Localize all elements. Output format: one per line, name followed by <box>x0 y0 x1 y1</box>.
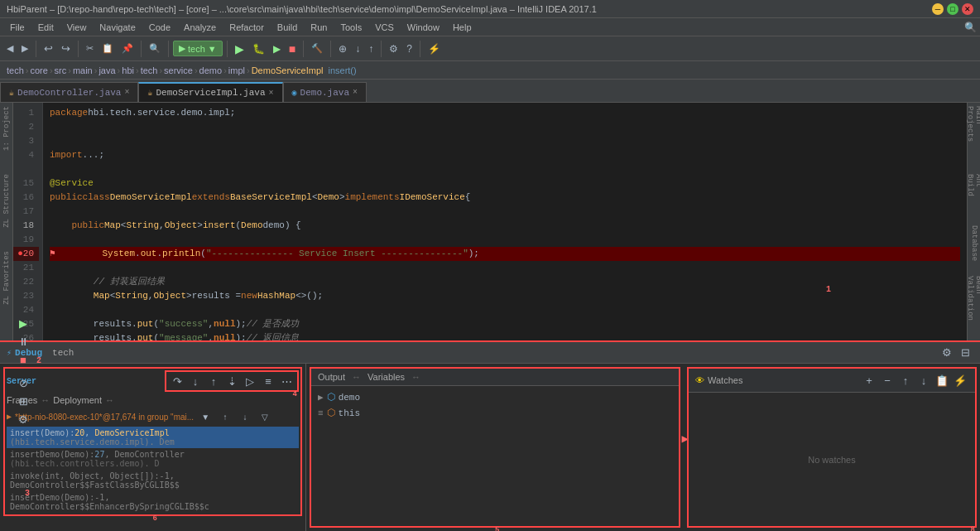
breadcrumb-core[interactable]: core <box>30 65 47 75</box>
step-out-btn[interactable]: ↑ <box>205 373 222 389</box>
step-over-btn[interactable]: ↷ <box>169 373 185 389</box>
breadcrumb-tech[interactable]: tech <box>7 65 24 75</box>
menu-navigate[interactable]: Navigate <box>93 21 142 34</box>
more-debug-btn[interactable]: ⋯ <box>278 373 295 389</box>
menu-tools[interactable]: Tools <box>334 21 368 34</box>
menu-edit[interactable]: Edit <box>31 21 60 34</box>
breadcrumb-hbi[interactable]: hbi <box>122 65 134 75</box>
line-20-bp[interactable]: ●20 <box>13 247 39 261</box>
menu-refactor[interactable]: Refactor <box>223 21 271 34</box>
toolbar-stop[interactable]: ■ <box>286 39 299 59</box>
debug-settings-btn[interactable]: ⚙ <box>939 345 955 361</box>
tab-label-demo: Demo.java <box>300 88 349 98</box>
step-into-btn[interactable]: ↓ <box>187 373 204 389</box>
favorites-icon[interactable]: ZL Favorites <box>2 251 11 305</box>
toolbar-settings[interactable]: ⚙ <box>386 39 401 59</box>
database-icon[interactable]: Database <box>970 225 978 261</box>
minimize-button[interactable]: ─ <box>932 3 944 15</box>
toolbar-paste[interactable]: 📌 <box>118 39 137 59</box>
toolbar-update[interactable]: ↓ <box>352 39 363 59</box>
stack-frame-1[interactable]: insertDemo(Demo):27, DemoController (hbi… <box>7 448 299 470</box>
breadcrumb-demoserviceimpl[interactable]: DemoServiceImpl <box>252 65 324 75</box>
evaluate-watch-btn[interactable]: ⚡ <box>952 372 968 389</box>
thread-down[interactable]: ↓ <box>237 408 253 425</box>
tab-demoserviceimpl[interactable]: ☕ DemoServiceImpl.java × <box>138 82 282 102</box>
bean-validation-icon[interactable]: Bean Validation <box>966 276 981 337</box>
mute-breakpoints-btn[interactable]: ⊘ <box>15 374 31 391</box>
menu-file[interactable]: File <box>3 21 31 34</box>
toolbar-push[interactable]: ↑ <box>365 39 377 59</box>
toolbar-help[interactable]: ? <box>403 39 416 59</box>
toolbar-run[interactable]: ▶ <box>232 39 247 59</box>
code-editor[interactable]: package hbi.tech.service.demo.impl; impo… <box>43 103 967 340</box>
tab-close-demoserviceimpl[interactable]: × <box>269 89 274 98</box>
toolbar-debug[interactable]: 🐛 <box>249 39 268 59</box>
breadcrumb-impl[interactable]: impl <box>228 65 245 75</box>
breadcrumb-src[interactable]: src <box>55 65 67 75</box>
add-watch-btn[interactable]: + <box>861 372 877 389</box>
debug-layout-btn[interactable]: ⊟ <box>957 345 973 361</box>
settings-debug-btn[interactable]: ⚙ <box>15 411 31 427</box>
var-this-label: this <box>339 408 360 418</box>
menu-view[interactable]: View <box>60 21 94 34</box>
breadcrumb-demo[interactable]: demo <box>199 65 223 75</box>
thread-up[interactable]: ↑ <box>217 408 233 425</box>
stack-frames-list: insert(Demo):20, DemoServiceImpl (hbi.te… <box>7 427 299 513</box>
run-cursor-btn[interactable]: ▷ <box>242 373 258 389</box>
toolbar-extra[interactable]: ⚡ <box>425 39 444 59</box>
breadcrumb-main[interactable]: main <box>73 65 93 75</box>
breadcrumb-service[interactable]: service <box>164 65 193 75</box>
debug-tab-debug[interactable]: ⚡ <box>7 348 12 358</box>
code-line-15: @Service <box>50 176 960 191</box>
stack-frame-3[interactable]: insertDemo(Demo):-1, DemoController$$Enh… <box>7 491 299 513</box>
main-projects-icon[interactable]: Main Projects <box>966 106 981 159</box>
toolbar-forward[interactable]: ▶ <box>18 39 31 59</box>
remove-watch-btn[interactable]: − <box>879 372 896 389</box>
toolbar-find[interactable]: 🔍 <box>146 39 164 59</box>
var-this[interactable]: ≡ ⬡ this <box>315 405 675 421</box>
menu-help[interactable]: Help <box>446 21 478 34</box>
toolbar-build[interactable]: 🔨 <box>308 39 326 59</box>
toolbar-back[interactable]: ◀ <box>3 39 17 59</box>
tab-close-demo[interactable]: × <box>353 88 358 97</box>
stack-frame-2[interactable]: invoke(int, Object, Object[]):-1, DemoCo… <box>7 470 299 491</box>
toolbar-undo[interactable]: ↩ <box>41 39 56 59</box>
breadcrumb-java[interactable]: java <box>98 65 115 75</box>
tab-close-democontroller[interactable]: × <box>124 88 129 97</box>
search-icon[interactable]: 🔍 <box>964 22 977 33</box>
var-demo[interactable]: ▶ ⬡ demo <box>315 389 675 405</box>
code-line-19 <box>50 233 960 247</box>
thread-dropdown[interactable]: ▼ <box>197 408 214 425</box>
menu-vcs[interactable]: VCS <box>368 21 401 34</box>
menu-code[interactable]: Code <box>142 21 177 34</box>
toolbar-tech-dropdown[interactable]: ▶ tech ▼ <box>173 41 223 56</box>
thread-filter[interactable]: ▽ <box>257 408 273 425</box>
toolbar-cut[interactable]: ✂ <box>83 39 97 59</box>
debug-tab-tech[interactable]: tech <box>52 348 74 358</box>
maximize-button[interactable]: □ <box>947 3 958 15</box>
watch-down-btn[interactable]: ↓ <box>915 372 932 389</box>
toolbar-redo[interactable]: ↪ <box>58 39 74 59</box>
watch-up-btn[interactable]: ↑ <box>897 372 914 389</box>
toolbar-copy[interactable]: 📋 <box>98 39 117 59</box>
tab-demo[interactable]: ◉ Demo.java × <box>283 82 367 102</box>
menu-run[interactable]: Run <box>304 21 334 34</box>
toolbar-coverage[interactable]: ▶ <box>270 39 284 59</box>
toolbar-vcs[interactable]: ⊕ <box>335 39 350 59</box>
menu-build[interactable]: Build <box>271 21 304 34</box>
stack-frame-0[interactable]: insert(Demo):20, DemoServiceImpl (hbi.te… <box>7 427 299 448</box>
force-step-btn[interactable]: ⇣ <box>223 373 240 389</box>
breadcrumb-tech2[interactable]: tech <box>141 65 158 75</box>
project-icon[interactable]: 1: Project <box>2 106 11 151</box>
evaluate-btn[interactable]: ≡ <box>260 373 276 389</box>
debug-panel: ⚡ Debug tech ⚙ ⊟ Server <box>0 340 980 531</box>
ant-build-icon[interactable]: Ant Build <box>966 174 981 210</box>
tab-democontroller[interactable]: ☕ DemoController.java × <box>0 82 138 102</box>
stop-debug-btn[interactable]: ■ <box>15 364 31 368</box>
copy-watch-btn[interactable]: 📋 <box>934 372 950 389</box>
menu-window[interactable]: Window <box>401 21 446 34</box>
restore-layout-btn[interactable]: ⊞ <box>15 393 31 409</box>
menu-analyze[interactable]: Analyze <box>177 21 223 34</box>
structure-icon[interactable]: ZL Structure <box>2 174 11 228</box>
close-button[interactable]: ✕ <box>962 3 973 15</box>
